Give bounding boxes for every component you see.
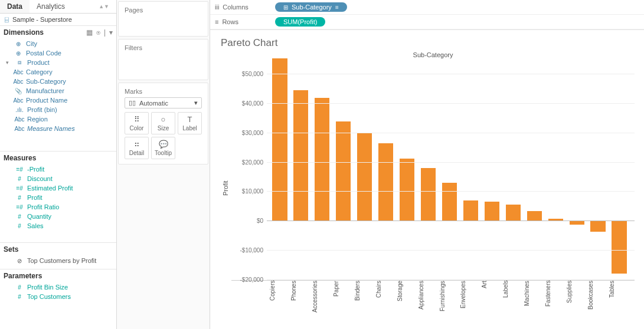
bar-labels[interactable] xyxy=(502,60,524,280)
chart: Profit Sub-Category -$20,000-$10,000$0$1… xyxy=(220,50,635,327)
x-tick-label: Tables xyxy=(609,281,630,327)
x-tick-label: Phones xyxy=(290,281,312,327)
mark-buttons: ⠿Color○SizeTLabel⠶Detail💬Tooltip xyxy=(125,112,202,159)
x-tick-label: Envelopes xyxy=(460,281,481,327)
parameters-label: Parameters xyxy=(4,272,42,280)
mark-label-button[interactable]: TLabel xyxy=(178,112,202,134)
datasource-row[interactable]: ⌸ Sample - Superstore xyxy=(0,14,116,25)
bar-tables[interactable] xyxy=(609,60,630,280)
field-quantity[interactable]: #Quantity xyxy=(0,212,116,221)
bar-furnishings[interactable] xyxy=(439,60,460,280)
x-axis-title: Sub-Category xyxy=(231,50,635,60)
eqhash-icon: =# xyxy=(14,204,25,210)
field-region[interactable]: AbcRegion xyxy=(0,114,116,124)
columns-pill-label: Sub-Category xyxy=(292,4,332,11)
label-icon: T xyxy=(179,115,200,124)
mark-color-button[interactable]: ⠿Color xyxy=(125,112,149,134)
expand-icon[interactable]: ▾ xyxy=(6,60,12,65)
field-label: Estimated Profit xyxy=(27,185,73,192)
mark-detail-button[interactable]: ⠶Detail xyxy=(125,137,149,159)
field-category[interactable]: AbcCategory xyxy=(0,67,116,77)
mark-size-button[interactable]: ○Size xyxy=(151,112,175,134)
dimensions-label: Dimensions xyxy=(4,28,44,37)
search-icon[interactable]: ⍟ xyxy=(96,28,100,37)
menu-icon[interactable]: ▾ xyxy=(109,28,113,37)
field-sales[interactable]: #Sales xyxy=(0,221,116,231)
field-top-customers[interactable]: #Top Customers xyxy=(0,292,116,301)
field-sub-category[interactable]: AbcSub-Category xyxy=(0,77,116,86)
globe-icon: ⊕ xyxy=(13,41,24,47)
field-manufacturer[interactable]: 📎Manufacturer xyxy=(0,86,116,96)
field-top-customers-by-profit[interactable]: ⊘Top Customers by Profit xyxy=(0,256,116,265)
field-postal-code[interactable]: ⊕Postal Code xyxy=(0,48,116,58)
marks-label: Marks xyxy=(125,88,202,95)
tab-data[interactable]: Data xyxy=(0,0,30,13)
data-pane: Data Analytics ▲▼ ⌸ Sample - Superstore … xyxy=(0,0,117,329)
updown-icon: ▲▼ xyxy=(99,4,109,9)
mark-label: Size xyxy=(158,125,169,131)
field-product[interactable]: ▾⧈Product xyxy=(0,58,116,67)
rows-pill[interactable]: SUM(Profit) xyxy=(275,17,325,27)
dimensions-header: Dimensions ▦ ⍟ | ▾ xyxy=(0,25,116,39)
columns-pill[interactable]: ⊞ Sub-Category ≡ xyxy=(275,2,347,12)
tab-analytics[interactable]: Analytics ▲▼ xyxy=(30,0,116,13)
filters-shelf[interactable]: Filters xyxy=(118,39,208,80)
sheet-title[interactable]: Pareto Chart xyxy=(221,37,635,49)
colrow-shelves: iiiColumns ⊞ Sub-Category ≡ ≡Rows SUM(Pr… xyxy=(210,0,644,30)
bar-art[interactable] xyxy=(481,60,502,280)
field-label: Category xyxy=(26,68,53,75)
y-tick-label: $0 xyxy=(233,218,263,224)
mark-tooltip-button[interactable]: 💬Tooltip xyxy=(151,137,175,159)
bar-envelopes[interactable] xyxy=(460,60,481,280)
field-profit-bin-size[interactable]: #Profit Bin Size xyxy=(0,282,116,292)
field-city[interactable]: ⊕City xyxy=(0,39,116,48)
field-label: City xyxy=(26,40,37,47)
bar-paper[interactable] xyxy=(333,60,354,280)
gridline: $20,000 xyxy=(267,162,635,163)
bar-storage[interactable] xyxy=(397,60,418,280)
bar-bookcases[interactable] xyxy=(587,60,609,280)
bar-copiers[interactable] xyxy=(269,60,290,280)
field-label: Profit xyxy=(27,194,43,201)
columns-shelf[interactable]: iiiColumns ⊞ Sub-Category ≡ xyxy=(210,0,644,15)
field-estimated-profit[interactable]: =#Estimated Profit xyxy=(0,183,116,193)
field-discount[interactable]: #Discount xyxy=(0,174,116,183)
field-label: Postal Code xyxy=(26,50,61,57)
bar-supplies[interactable] xyxy=(566,60,587,280)
field-profit-bin-[interactable]: .ılı.Profit (bin) xyxy=(0,105,116,114)
field-measure-names[interactable]: AbcMeasure Names xyxy=(0,124,116,133)
y-tick-label: $20,000 xyxy=(233,159,263,166)
field-label: Manufacturer xyxy=(26,87,64,94)
x-tick-label: Accessories xyxy=(312,281,333,327)
bar-binders[interactable] xyxy=(354,60,375,280)
bar-fasteners[interactable] xyxy=(545,60,566,280)
bar-chairs[interactable] xyxy=(375,60,397,280)
bar-accessories[interactable] xyxy=(312,60,333,280)
rows-pill-label: SUM(Profit) xyxy=(283,18,317,25)
plot-body[interactable]: -$20,000-$10,000$0$10,000$20,000$30,000$… xyxy=(231,60,635,281)
bar-machines[interactable] xyxy=(524,60,545,280)
field-label: Top Customers xyxy=(27,293,71,300)
field-product-name[interactable]: AbcProduct Name xyxy=(0,96,116,105)
field-label: Profit (bin) xyxy=(27,106,57,113)
bar-phones[interactable] xyxy=(290,60,312,280)
field-profit[interactable]: #Profit xyxy=(0,193,116,202)
field-profit-ratio[interactable]: =#Profit Ratio xyxy=(0,202,116,212)
clip-icon: 📎 xyxy=(13,88,24,94)
rows-shelf[interactable]: ≡Rows SUM(Profit) xyxy=(210,15,644,29)
tab-analytics-label: Analytics xyxy=(37,2,65,11)
field--profit[interactable]: =#-Profit xyxy=(0,164,116,174)
bar-appliances[interactable] xyxy=(418,60,439,280)
hash-icon: # xyxy=(14,223,25,229)
view-mode-icon[interactable]: ▦ xyxy=(86,28,93,37)
marks-type-select[interactable]: ▯▯ Automatic ▾ xyxy=(125,97,202,108)
field-label: Region xyxy=(27,116,48,123)
x-tick-label: Binders xyxy=(354,281,375,327)
pages-shelf[interactable]: Pages xyxy=(118,1,208,37)
abc-icon: Abc xyxy=(14,126,25,132)
x-tick-label: Fasteners xyxy=(545,281,566,327)
eqhash-icon: =# xyxy=(14,185,25,192)
venn-icon: ⊘ xyxy=(14,258,25,264)
x-tick-label: Chairs xyxy=(375,281,397,327)
pages-label: Pages xyxy=(125,6,202,14)
